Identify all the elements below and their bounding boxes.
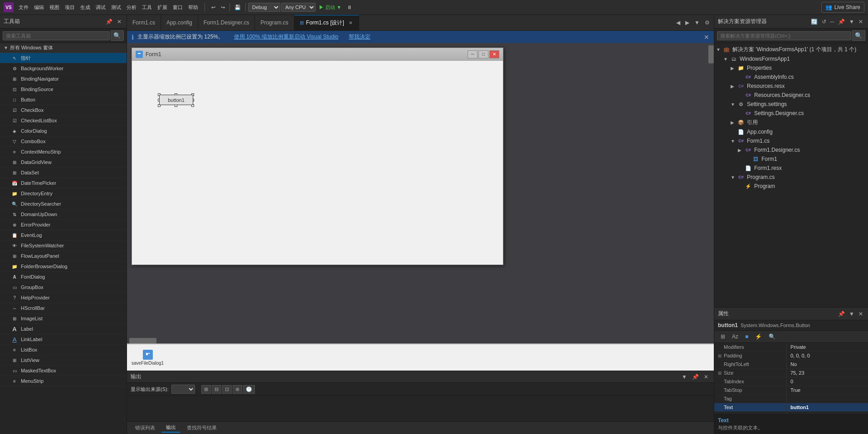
- props-events-btn[interactable]: ⚡: [752, 332, 765, 341]
- toolbox-item-filesystemwatcher[interactable]: 👁 FileSystemWatcher: [0, 241, 127, 251]
- solution-close-icon[interactable]: ✕: [857, 18, 864, 25]
- props-categorize-btn[interactable]: ⊞: [718, 332, 728, 341]
- tree-form1resx[interactable]: 📄 Form1.resx: [714, 164, 868, 173]
- tree-resources-resx[interactable]: ▶ C# Resources.resx: [714, 82, 868, 91]
- toolbox-item-dataset[interactable]: ⊞ DataSet: [0, 168, 127, 178]
- toolbox-item-domainupdown[interactable]: ⇅ DomainUpDown: [0, 209, 127, 220]
- menu-window[interactable]: 窗口: [171, 3, 185, 12]
- cpu-config-select[interactable]: Any CPU x86 x64: [281, 3, 316, 12]
- designer-vscroll-thumb[interactable]: [708, 45, 714, 63]
- prop-value-tag[interactable]: [787, 395, 868, 403]
- menu-project[interactable]: 项目: [63, 3, 77, 12]
- designer-hscroll-thumb[interactable]: [129, 338, 156, 343]
- toolbox-item-checkbox[interactable]: ☑ CheckBox: [0, 105, 127, 116]
- pin-icon[interactable]: 📌: [104, 18, 114, 25]
- liveshare-btn[interactable]: 👥 Live Share: [821, 2, 864, 13]
- tree-project[interactable]: ▼ 🗂 WindowsFormsApp1: [714, 54, 868, 63]
- toolbox-item-datetimepicker[interactable]: 📅 DateTimePicker: [0, 178, 127, 188]
- size-expand-icon[interactable]: ⊞: [718, 371, 722, 376]
- tree-references[interactable]: ▶ 📦 引用: [714, 118, 868, 127]
- padding-expand-icon[interactable]: ⊞: [718, 353, 722, 358]
- tab-close-icon[interactable]: ✕: [348, 20, 353, 26]
- menu-test[interactable]: 测试: [109, 3, 123, 12]
- menu-tools[interactable]: 工具: [140, 3, 154, 12]
- prop-value-modifiers[interactable]: Private: [787, 343, 868, 351]
- tab-form1designercs[interactable]: Form1.Designer.cs: [198, 15, 255, 31]
- toolbox-item-maskedtextbox[interactable]: ▭ MaskedTextBox: [0, 366, 127, 376]
- redo-btn[interactable]: ↪: [219, 4, 227, 11]
- toolbox-item-combobox[interactable]: ▽ ComboBox: [0, 136, 127, 147]
- tab-form1design[interactable]: ⊞ Form1.cs [设计] ✕: [294, 15, 359, 31]
- prop-value-size[interactable]: 75, 23: [787, 369, 868, 377]
- tree-appconfig[interactable]: 📄 App.config: [714, 127, 868, 136]
- toolbox-search-button[interactable]: 🔍: [111, 30, 124, 41]
- output-pin-icon[interactable]: 📌: [690, 373, 701, 381]
- maximize-btn[interactable]: □: [478, 50, 488, 58]
- toolbox-item-checkedlistbox[interactable]: ☑ CheckedListBox: [0, 116, 127, 126]
- bottom-tab-errors[interactable]: 错误列表: [131, 424, 160, 432]
- toolbox-item-eventlog[interactable]: 📋 EventLog: [0, 230, 127, 241]
- toolbox-item-groupbox[interactable]: ▭ GroupBox: [0, 282, 127, 293]
- designer-canvas-area[interactable]: Form1 ─ □ ✕: [127, 43, 714, 343]
- output-btn5[interactable]: 🕐: [243, 385, 255, 394]
- tree-form1cs[interactable]: ▼ C# Form1.cs: [714, 136, 868, 145]
- toolbox-item-hscrollbar[interactable]: ↔ HScrollBar: [0, 303, 127, 313]
- toolbox-item-button[interactable]: □ Button: [0, 95, 127, 105]
- bottom-tab-findsymbol[interactable]: 查找符号结果: [182, 424, 221, 432]
- solution-collapse-icon[interactable]: ─: [829, 18, 836, 25]
- close-btn[interactable]: ✕: [489, 50, 499, 58]
- props-alphabetic-btn[interactable]: Az: [729, 332, 741, 341]
- designer-vscrollbar[interactable]: [708, 43, 714, 338]
- props-search-btn[interactable]: 🔍: [766, 332, 778, 341]
- savefiledialog1-component[interactable]: saveFileDialog1: [132, 350, 164, 366]
- toolbox-item-flowlayoutpanel[interactable]: ⊞ FlowLayoutPanel: [0, 251, 127, 261]
- toolbox-item-fontdialog[interactable]: A FontDialog: [0, 272, 127, 282]
- toolbox-item-errorprovider[interactable]: ⊗ ErrorProvider: [0, 220, 127, 230]
- solution-search-input[interactable]: [717, 31, 851, 40]
- props-dropdown-icon[interactable]: ▼: [848, 310, 856, 318]
- toolbox-item-listbox[interactable]: ≡ ListBox: [0, 345, 127, 355]
- menu-debug[interactable]: 调试: [93, 3, 108, 12]
- prop-value-text[interactable]: button1: [787, 403, 868, 411]
- toolbox-item-directoryentry[interactable]: 📁 DirectoryEntry: [0, 188, 127, 199]
- props-properties-btn[interactable]: ■: [742, 332, 751, 341]
- menu-file[interactable]: 文件: [16, 3, 31, 12]
- close-toolbox-icon[interactable]: ✕: [116, 18, 123, 25]
- toolbox-item-colordialog[interactable]: ◈ ColorDialog: [0, 126, 127, 136]
- output-close-icon[interactable]: ✕: [702, 373, 710, 381]
- output-dropdown-icon[interactable]: ▼: [680, 373, 689, 381]
- tabs-scroll-right[interactable]: ▶: [683, 19, 691, 27]
- toolbox-item-contextmenustrip[interactable]: ≡ ContextMenuStrip: [0, 147, 127, 157]
- toolbox-item-pointer[interactable]: ↖ 指针: [0, 53, 127, 63]
- menu-analyze[interactable]: 分析: [124, 3, 139, 12]
- button1[interactable]: button1: [159, 95, 193, 105]
- menu-help[interactable]: 帮助: [186, 3, 200, 12]
- toolbox-item-label[interactable]: A Label: [0, 324, 127, 334]
- start-btn[interactable]: ▶ 启动 ▼: [317, 3, 344, 12]
- notification-action-link[interactable]: 使用 100% 缩放比例重新启动 Visual Studio: [234, 33, 339, 41]
- designer-canvas[interactable]: Form1 ─ □ ✕: [132, 48, 503, 265]
- toolbox-item-folderbrowserdialog[interactable]: 📁 FolderBrowserDialog: [0, 261, 127, 272]
- tree-settings-designer[interactable]: C# Settings.Designer.cs: [714, 109, 868, 118]
- tree-form1[interactable]: 🖼 Form1: [714, 154, 868, 164]
- solution-pin-icon[interactable]: 📌: [837, 18, 846, 25]
- tree-resources-designer[interactable]: C# Resources.Designer.cs: [714, 91, 868, 100]
- menu-build[interactable]: 生成: [78, 3, 93, 12]
- output-btn4[interactable]: ⊛: [233, 385, 242, 394]
- output-btn1[interactable]: ⊞: [201, 385, 211, 394]
- toolbox-item-helpprovider[interactable]: ? HelpProvider: [0, 293, 127, 303]
- tree-settings[interactable]: ▼ ⚙ Settings.settings: [714, 100, 868, 109]
- output-btn2[interactable]: ⊟: [212, 385, 221, 394]
- toolbox-item-imagelist[interactable]: ⊞ ImageList: [0, 313, 127, 324]
- tree-solution[interactable]: ▼ 💼 解决方案 'WindowsFormsApp1' (1 个项目，共 1 个…: [714, 45, 868, 54]
- toolbox-item-backgroundworker[interactable]: ⚙ BackgroundWorker: [0, 63, 127, 74]
- solution-dropdown-icon[interactable]: ▼: [848, 18, 856, 25]
- tabs-settings[interactable]: ⚙: [703, 19, 712, 27]
- debug-config-select[interactable]: Debug Release: [248, 3, 280, 12]
- tabs-dropdown[interactable]: ▼: [692, 19, 702, 27]
- toolbox-item-bindingsource[interactable]: ⊡ BindingSource: [0, 84, 127, 95]
- toolbox-item-datagridview[interactable]: ⊞ DataGridView: [0, 157, 127, 168]
- tab-programcs[interactable]: Program.cs: [255, 15, 294, 31]
- props-pin-icon[interactable]: 📌: [837, 310, 846, 318]
- toolbox-item-menustrip[interactable]: ≡ MenuStrip: [0, 376, 127, 386]
